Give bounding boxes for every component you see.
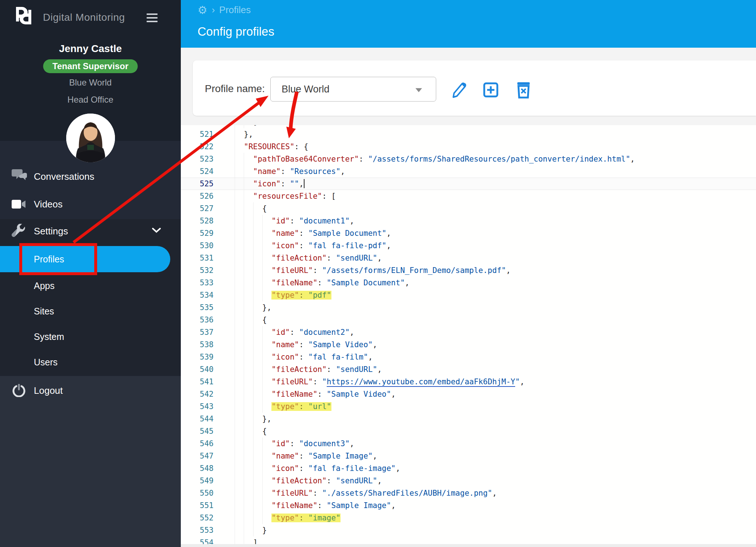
edit-profile-button[interactable] [450,81,467,99]
code-token: "name" [271,229,299,238]
code-token: "./assets/SharedFiles/AUBH/image.png" [322,489,492,498]
code-line[interactable]: 539"icon": "fal fa-film", [181,351,756,363]
gear-icon[interactable]: ⚙ [198,5,207,16]
code-line[interactable]: 550"fileURL": "./assets/SharedFiles/AUBH… [181,487,756,499]
indent-guide [262,475,271,487]
sidebar-item-videos[interactable]: Videos [0,192,181,216]
code-token: "fal fa-file-pdf" [308,241,386,250]
code-line[interactable]: 536{ [181,314,756,326]
code-line[interactable]: 546"id": "document3", [181,437,756,450]
sidebar-item-label: Sites [34,306,54,317]
indent-guide [235,462,244,475]
indent-guide [253,326,262,338]
code-line[interactable]: 521}, [181,128,756,140]
line-number: 525 [181,178,222,190]
code-token: " [515,377,520,386]
sidebar-item-sites[interactable]: Sites [0,299,181,323]
code-token: }, [262,415,271,423]
code-line[interactable]: 522"RESOURCES": { [181,140,756,153]
indent-guide [262,326,271,338]
profile-select[interactable]: Blue World [270,77,436,102]
code-line[interactable]: 525"icon": "", [181,178,756,190]
sidebar-item-label: Logout [34,385,63,396]
code-token: "" [290,179,299,188]
indent-guide [262,227,271,239]
code-line[interactable]: 520] [181,125,756,128]
sidebar-item-users[interactable]: Users [0,350,181,374]
app-title: Digital Monitoring [43,12,125,23]
app-logo-icon[interactable] [13,5,34,27]
code-token: " [322,377,327,386]
code-line[interactable]: 540"fileAction": "sendURL", [181,363,756,376]
code-line[interactable]: 549"fileAction": "sendURL", [181,475,756,487]
indent-guide [244,338,253,351]
code-token: , [386,229,391,238]
hamburger-menu-icon[interactable] [147,13,158,23]
code-line[interactable]: 541"fileURL": "https://www.youtube.com/e… [181,376,756,388]
code-token: : [299,340,308,349]
code-token: "Sample Document" [308,229,386,238]
code-line[interactable]: 547"name": "Sample Image", [181,450,756,462]
code-token: "id" [271,217,290,225]
indent-guide [235,326,244,338]
code-line[interactable]: 526"resourcesFile": [ [181,190,756,202]
code-line[interactable]: 535}, [181,301,756,314]
code-line[interactable]: 537"id": "document2", [181,326,756,338]
code-line[interactable]: 534"type": "pdf" [181,289,756,301]
sidebar-item-settings[interactable]: Settings [0,219,181,243]
code-line[interactable]: 542"fileName": "Sample Video", [181,388,756,400]
add-profile-button[interactable] [482,81,499,99]
indent-guide [244,425,253,437]
indent-guide [244,499,253,512]
delete-profile-button[interactable] [515,81,532,99]
code-line[interactable]: 528"id": "document1", [181,215,756,227]
line-number: 542 [181,388,222,400]
page-title: Config profiles [198,25,274,39]
code-line[interactable]: 551"fileName": "Sample Image", [181,499,756,512]
config-json-editor[interactable]: 520]521},522"RESOURCES": {523"pathToBase… [181,125,756,547]
indent-guide [253,239,262,252]
code-line[interactable]: 543"type": "url" [181,400,756,413]
indent-guide [262,499,271,512]
indent-guide [244,239,253,252]
avatar[interactable] [66,114,115,162]
code-line[interactable]: 533"fileName": "Sample Document", [181,277,756,289]
sidebar-item-profiles[interactable]: Profiles [0,246,170,272]
code-token: : { [294,142,308,151]
code-line[interactable]: 529"name": "Sample Document", [181,227,756,239]
code-line[interactable]: 527{ [181,202,756,215]
line-number: 548 [181,462,222,475]
line-number: 521 [181,128,222,140]
code-token: : [299,291,308,300]
code-token: "document1" [299,217,350,225]
code-line[interactable]: 524"name": "Resources", [181,165,756,178]
sidebar-item-system[interactable]: System [0,325,181,349]
indent-guide [253,462,262,475]
code-line[interactable]: 531"fileAction": "sendURL", [181,252,756,264]
code-line[interactable]: 548"icon": "fal fa-file-image", [181,462,756,475]
code-line[interactable]: 544}, [181,413,756,425]
code-line[interactable]: 530"icon": "fal fa-file-pdf", [181,239,756,252]
indent-guide [235,437,244,450]
indent-guide [244,487,253,499]
sidebar-item-conversations[interactable]: Conversations [0,165,181,189]
code-line[interactable]: 545{ [181,425,756,437]
code-token: , [377,476,382,485]
code-line[interactable]: 532"fileURL": "/assets/forms/ELN_Form_De… [181,264,756,277]
line-number: 546 [181,437,222,450]
horizontal-scrollbar[interactable] [181,544,756,547]
breadcrumb-item-profiles[interactable]: Profiles [219,4,251,16]
indent-guide [235,475,244,487]
sidebar-item-logout[interactable]: Logout [0,378,181,403]
indent-guide [235,264,244,277]
code-token: : [ [322,192,336,201]
code-line[interactable]: 538"name": "Sample Video", [181,338,756,351]
code-line[interactable]: 552"type": "image" [181,512,756,524]
sidebar-item-apps[interactable]: Apps [0,274,181,298]
app-window: Digital Monitoring Jenny Castle Tenant S… [0,0,756,547]
indent-guide [235,227,244,239]
indent-guide [235,512,244,524]
code-line[interactable]: 553} [181,524,756,536]
profile-select-value: Blue World [282,84,330,95]
code-line[interactable]: 523"pathToBase64Converter": "/assets/for… [181,153,756,165]
